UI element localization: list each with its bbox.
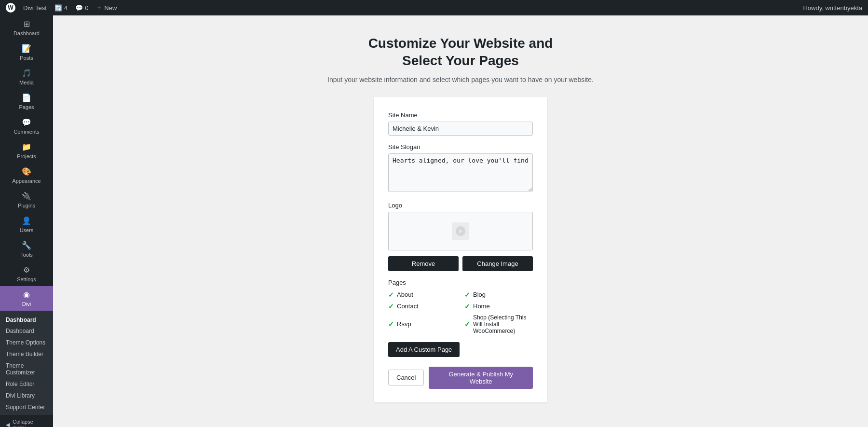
check-icon-rsvp: ✓ (388, 320, 394, 328)
users-icon: 👤 (22, 216, 31, 225)
divi-submenu-theme-builder[interactable]: Theme Builder (0, 348, 53, 360)
collapse-label: Collapse menu (13, 419, 47, 427)
check-icon-about: ✓ (388, 291, 394, 299)
page-item-contact[interactable]: ✓ Contact (388, 303, 457, 310)
sidebar-label-appearance: Appearance (12, 178, 41, 184)
sidebar-label-pages: Pages (19, 104, 34, 110)
appearance-icon: 🎨 (22, 167, 31, 176)
update-icon: 🔄 (54, 4, 62, 12)
sidebar-label-users: Users (20, 227, 34, 233)
page-subtitle: Input your website information and selec… (327, 76, 594, 83)
comments-item[interactable]: 💬 0 (75, 4, 88, 12)
updates-item[interactable]: 🔄 4 (54, 4, 68, 12)
settings-icon: ⚙ (23, 265, 30, 275)
main-content: Customize Your Website andSelect Your Pa… (53, 15, 868, 427)
new-label: New (104, 4, 117, 12)
new-item[interactable]: ＋ New (96, 3, 117, 12)
page-item-rsvp[interactable]: ✓ Rsvp (388, 314, 457, 334)
layout: ⊞ Dashboard 📝 Posts 🎵 Media 📄 Pages 💬 Co… (0, 15, 868, 427)
divi-icon: ◉ (23, 290, 30, 299)
page-title: Customize Your Website andSelect Your Pa… (368, 35, 553, 70)
sidebar-item-pages[interactable]: 📄 Pages (0, 89, 53, 114)
sidebar-item-media[interactable]: 🎵 Media (0, 65, 53, 89)
logo-buttons: Remove Change Image (388, 256, 533, 271)
divi-submenu-support-center[interactable]: Support Center (0, 401, 53, 413)
change-image-button[interactable]: Change Image (462, 256, 533, 271)
svg-rect-0 (452, 222, 469, 240)
page-label-shop: Shop (Selecting This Will Install WooCom… (473, 314, 533, 334)
sidebar-label-dashboard: Dashboard (14, 30, 40, 36)
divi-submenu-role-editor[interactable]: Role Editor (0, 378, 53, 390)
sidebar-item-projects[interactable]: 📁 Projects (0, 138, 53, 163)
divi-submenu-dashboard[interactable]: Dashboard (0, 325, 53, 337)
check-icon-shop: ✓ (464, 320, 470, 328)
check-icon-home: ✓ (464, 303, 470, 310)
divi-submenu: Dashboard Dashboard Theme Options Theme … (0, 311, 53, 415)
site-name: Divi Test (23, 4, 47, 12)
posts-icon: 📝 (22, 44, 31, 53)
sidebar-label-tools: Tools (20, 252, 33, 258)
admin-bar-left: W Divi Test 🔄 4 💬 0 ＋ New (6, 3, 117, 13)
divi-submenu-title: Dashboard (0, 313, 53, 325)
sidebar-label-comments: Comments (14, 129, 39, 135)
sidebar-item-posts[interactable]: 📝 Posts (0, 40, 53, 65)
pages-grid: ✓ About ✓ Blog ✓ Contact ✓ Home ✓ Rsvp (388, 291, 533, 334)
sidebar-item-dashboard[interactable]: ⊞ Dashboard (0, 15, 53, 40)
sidebar-item-tools[interactable]: 🔧 Tools (0, 237, 53, 262)
page-item-shop[interactable]: ✓ Shop (Selecting This Will Install WooC… (464, 314, 533, 334)
pages-icon: 📄 (22, 93, 31, 102)
projects-icon: 📁 (22, 142, 31, 152)
site-slogan-textarea[interactable]: Hearts aligned, our love you'll find (388, 153, 533, 192)
sidebar-item-appearance[interactable]: 🎨 Appearance (0, 163, 53, 188)
remove-button[interactable]: Remove (388, 256, 459, 271)
dashboard-icon: ⊞ (24, 19, 30, 28)
plugins-icon: 🔌 (22, 192, 31, 201)
divi-submenu-theme-options[interactable]: Theme Options (0, 337, 53, 348)
sidebar-label-projects: Projects (17, 153, 36, 159)
page-label-blog: Blog (473, 291, 486, 298)
page-item-home[interactable]: ✓ Home (464, 303, 533, 310)
form-footer: Cancel Generate & Publish My Website (388, 367, 533, 389)
tools-icon: 🔧 (22, 241, 31, 250)
divi-submenu-divi-library[interactable]: Divi Library (0, 390, 53, 401)
page-label-rsvp: Rsvp (397, 320, 411, 328)
add-custom-page-button[interactable]: Add A Custom Page (388, 342, 460, 357)
add-custom-page-container: Add A Custom Page (388, 342, 533, 367)
site-name-label: Site Name (388, 111, 533, 119)
collapse-menu[interactable]: ◀ Collapse menu (0, 415, 53, 427)
sidebar-label-plugins: Plugins (18, 203, 35, 208)
logo-label: Logo (388, 202, 533, 209)
cancel-button[interactable]: Cancel (388, 370, 424, 386)
publish-button[interactable]: Generate & Publish My Website (429, 367, 533, 389)
site-name-item[interactable]: Divi Test (23, 4, 47, 12)
site-name-input[interactable] (388, 122, 533, 136)
comment-count: 0 (85, 4, 88, 12)
check-icon-contact: ✓ (388, 303, 394, 310)
page-label-contact: Contact (397, 303, 419, 310)
user-greeting: Howdy, writtenbyekta (803, 4, 862, 12)
update-count: 4 (64, 4, 68, 12)
comment-icon: 💬 (75, 4, 83, 12)
sidebar-label-divi: Divi (22, 301, 31, 307)
form-card: Site Name Site Slogan Hearts aligned, ou… (374, 97, 547, 402)
comments-icon: 💬 (22, 118, 31, 127)
sidebar-item-divi[interactable]: ◉ Divi (0, 286, 53, 311)
sidebar-label-media: Media (19, 80, 34, 85)
sidebar-item-comments[interactable]: 💬 Comments (0, 114, 53, 138)
divi-submenu-theme-customizer[interactable]: Theme Customizer (0, 360, 53, 378)
logo-area (388, 212, 533, 250)
wp-logo-item[interactable]: W (6, 3, 15, 13)
sidebar: ⊞ Dashboard 📝 Posts 🎵 Media 📄 Pages 💬 Co… (0, 15, 53, 427)
media-icon: 🎵 (22, 69, 31, 78)
sidebar-item-plugins[interactable]: 🔌 Plugins (0, 188, 53, 212)
wp-logo: W (6, 3, 15, 13)
sidebar-item-settings[interactable]: ⚙ Settings (0, 262, 53, 286)
site-slogan-label: Site Slogan (388, 143, 533, 151)
sidebar-item-users[interactable]: 👤 Users (0, 212, 53, 237)
admin-bar: W Divi Test 🔄 4 💬 0 ＋ New Howdy, written… (0, 0, 868, 15)
page-item-blog[interactable]: ✓ Blog (464, 291, 533, 299)
check-icon-blog: ✓ (464, 291, 470, 299)
page-item-about[interactable]: ✓ About (388, 291, 457, 299)
sidebar-label-settings: Settings (17, 276, 36, 282)
pages-section-label: Pages (388, 279, 533, 286)
